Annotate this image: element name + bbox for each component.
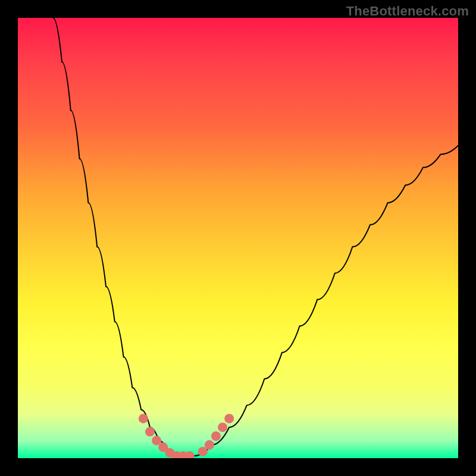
data-marker — [218, 422, 227, 432]
marker-group — [139, 414, 234, 458]
right-curve — [194, 146, 458, 456]
data-marker — [145, 427, 155, 437]
plot-area — [18, 18, 458, 458]
data-marker — [211, 431, 221, 441]
data-marker — [185, 451, 195, 458]
left-curve — [53, 18, 176, 456]
watermark-text: TheBottleneck.com — [346, 4, 469, 19]
data-marker — [139, 414, 148, 423]
chart-svg — [18, 18, 458, 458]
data-marker — [205, 440, 214, 450]
chart-frame: TheBottleneck.com — [0, 0, 476, 476]
data-marker — [224, 414, 234, 423]
